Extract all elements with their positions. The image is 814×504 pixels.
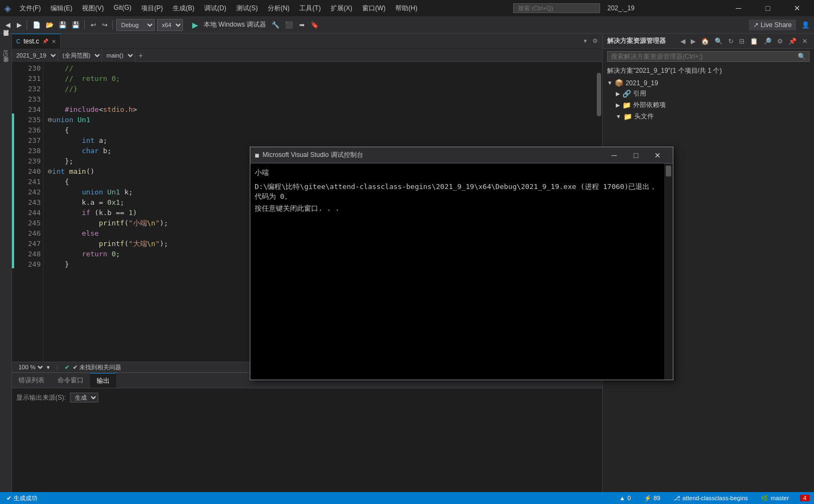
live-share-button[interactable]: ↗ Live Share: [749, 20, 796, 30]
menu-tools[interactable]: 工具(T): [295, 3, 325, 14]
menu-test[interactable]: 测试(S): [232, 3, 262, 14]
file-group: 📄 📂 💾 💾: [30, 20, 85, 30]
tree-project[interactable]: ▼ 📦 2021_9_19: [603, 78, 814, 88]
terminal-close[interactable]: ✕: [647, 147, 668, 163]
sb-forward[interactable]: ▶: [689, 36, 698, 46]
menu-edit[interactable]: 编辑(E): [46, 3, 77, 14]
sb-collapse[interactable]: ⊟: [737, 36, 747, 46]
git-master[interactable]: 🌿 master: [759, 495, 791, 502]
menu-window[interactable]: 窗口(W): [358, 3, 390, 14]
error-count[interactable]: ▲ 0: [617, 495, 633, 501]
tree-references[interactable]: ▶ 🔗 引用: [603, 88, 814, 99]
sb-props[interactable]: 📋: [748, 36, 760, 46]
terminal-scroll-thumb[interactable]: [666, 166, 671, 177]
warning-count[interactable]: ⚡ 89: [642, 495, 662, 502]
toolbar-breakpoint-btn[interactable]: ⬛: [283, 20, 295, 30]
menu-view[interactable]: 视图(V): [78, 3, 108, 14]
gutter-237: [12, 134, 14, 144]
menu-file[interactable]: 文件(F): [15, 3, 45, 14]
sb-search2[interactable]: 🔎: [761, 36, 774, 46]
save-button[interactable]: 💾: [56, 20, 69, 30]
tree-header-files[interactable]: ▼ 📁 头文件: [603, 111, 814, 122]
git-branch-text: master: [771, 495, 789, 501]
function-select[interactable]: main(): [102, 49, 135, 62]
code-line-235: ⊖union Un1: [48, 115, 591, 125]
terminal-content[interactable]: 小端 D:\编程\比特\gitee\attend-classclass-begi…: [250, 163, 664, 380]
zoom-dropdown[interactable]: ▾: [47, 364, 50, 371]
sb-close-sidebar[interactable]: ✕: [800, 36, 810, 46]
menu-extensions[interactable]: 扩展(X): [326, 3, 357, 14]
run-button[interactable]: ▶: [190, 20, 200, 30]
new-file-button[interactable]: 📄: [30, 20, 43, 30]
toolbar-debug-btn[interactable]: 🔧: [269, 20, 282, 30]
menu-git[interactable]: Git(G): [109, 3, 136, 14]
sb-settings[interactable]: ⚙: [775, 36, 785, 46]
terminal-maximize[interactable]: □: [625, 147, 647, 163]
tree-header-label: 头文件: [634, 112, 654, 121]
toolbar-bookmark-btn[interactable]: 🔖: [308, 20, 321, 30]
sb-filter[interactable]: 🔍: [712, 36, 725, 46]
tab-dropdown[interactable]: ▾: [582, 36, 589, 46]
solution-label: 解决方案"2021_9_19"(1 个项目/共 1 个): [603, 64, 814, 78]
maximize-button[interactable]: □: [755, 0, 780, 16]
tab-pin[interactable]: 📌: [42, 39, 48, 44]
minimize-button[interactable]: ─: [726, 0, 751, 16]
open-file-button[interactable]: 📂: [43, 20, 56, 30]
code-line-234: #include<stdio.h>: [48, 104, 591, 115]
account-button[interactable]: 👤: [799, 20, 812, 30]
debug-config-select[interactable]: Debug Release: [116, 19, 155, 31]
file-select[interactable]: 2021_9_19: [12, 49, 58, 62]
sb-refresh[interactable]: ↻: [726, 36, 736, 46]
undo-button[interactable]: ↩: [88, 20, 99, 30]
tab-error-list[interactable]: 错误列表: [12, 373, 51, 388]
scrollbar-thumb[interactable]: [597, 73, 601, 116]
menu-bar[interactable]: 文件(F) 编辑(E) 视图(V) Git(G) 项目(P) 生成(B) 调试(…: [15, 3, 422, 14]
tree-external-deps[interactable]: ▶ 📁 外部依赖项: [603, 99, 814, 111]
terminal-scrollbar[interactable]: [664, 163, 673, 380]
activity-bar: 解决方案资源管理器 Git 搜索: [0, 34, 12, 492]
tab-settings[interactable]: ⚙: [590, 36, 600, 46]
solution-search-input[interactable]: [611, 53, 798, 60]
solution-explorer-title: 解决方案资源管理器: [607, 36, 666, 46]
notifications[interactable]: 4: [800, 495, 810, 501]
title-text: 202_._19: [422, 3, 726, 13]
build-status[interactable]: ✔ 生成成功: [4, 494, 40, 502]
references-icon: 🔗: [622, 90, 631, 98]
gutter-231: [12, 72, 14, 83]
gutter-247: [12, 237, 14, 248]
search-box[interactable]: [513, 3, 600, 13]
sidebar-search[interactable]: 搜索: [1, 62, 11, 71]
zoom-select[interactable]: 100 %: [16, 363, 45, 371]
forward-button[interactable]: ▶: [14, 20, 24, 30]
add-member-button[interactable]: +: [135, 50, 146, 61]
tree-ext-label: 外部依赖项: [633, 100, 666, 110]
tab-output[interactable]: 输出: [90, 373, 116, 388]
terminal-minimize[interactable]: ─: [603, 147, 625, 163]
close-button[interactable]: ✕: [785, 0, 810, 16]
tab-close-button[interactable]: ✕: [52, 39, 56, 45]
sidebar-solution-explorer[interactable]: 解决方案资源管理器: [1, 36, 11, 45]
menu-analyze[interactable]: 分析(N): [263, 3, 294, 14]
redo-button[interactable]: ↪: [99, 20, 110, 30]
tab-command-window[interactable]: 命令窗口: [51, 373, 90, 388]
menu-build[interactable]: 生成(B): [168, 3, 199, 14]
status-right: ▲ 0 ⚡ 89 ⎇ attend-classclass-begins 🌿 ma…: [617, 495, 810, 502]
sb-back[interactable]: ◀: [678, 36, 687, 46]
menu-help[interactable]: 帮助(H): [391, 3, 422, 14]
sb-home[interactable]: 🏠: [699, 36, 711, 46]
run-label[interactable]: 本地 Windows 调试器: [201, 19, 268, 30]
terminal-body: 小端 D:\编程\比特\gitee\attend-classclass-begi…: [250, 163, 673, 380]
sidebar-git[interactable]: Git: [2, 46, 10, 61]
build-status-text: 生成成功: [14, 494, 37, 502]
git-branch[interactable]: ⎇ attend-classclass-begins: [671, 495, 750, 502]
menu-debug[interactable]: 调试(D): [200, 3, 231, 14]
output-source-select[interactable]: 生成: [70, 393, 98, 402]
save-all-button[interactable]: 💾: [70, 20, 82, 30]
tab-test-c[interactable]: C test.c 📌 ✕: [12, 34, 61, 48]
sb-pin[interactable]: 📌: [786, 36, 799, 46]
scope-select[interactable]: (全局范围): [58, 49, 102, 62]
toolbar-step-btn[interactable]: ➡: [296, 20, 307, 30]
menu-project[interactable]: 项目(P): [137, 3, 167, 14]
back-button[interactable]: ◀: [2, 20, 13, 30]
platform-select[interactable]: x64 x86: [157, 19, 183, 31]
